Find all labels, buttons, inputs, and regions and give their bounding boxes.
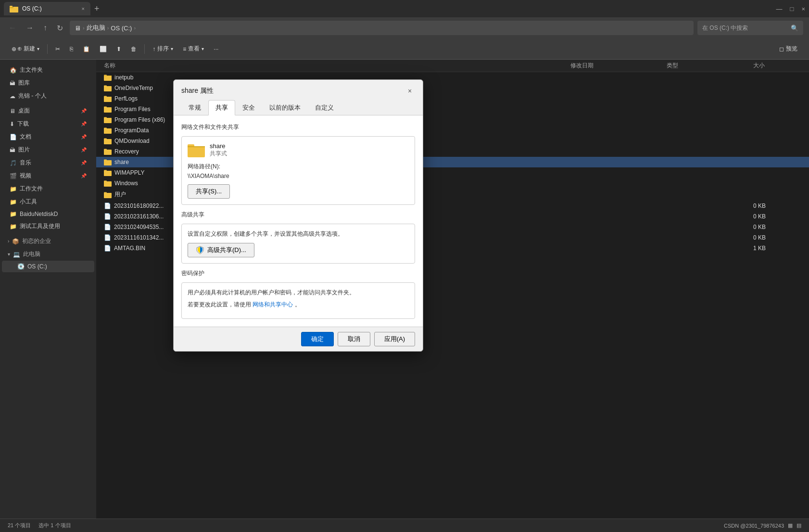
breadcrumb-bar[interactable]: 🖥 › 此电脑 › OS (C:) › <box>70 21 694 35</box>
gallery-icon: 🏔 <box>10 80 15 87</box>
sidebar-item-cloud[interactable]: ☁ 兆锦 - 个人 <box>2 89 94 102</box>
breadcrumb-thispc[interactable]: 此电脑 <box>87 24 105 32</box>
svg-rect-14 <box>104 128 112 134</box>
sidebar-item-docs[interactable]: 📄 文档 📌 <box>2 130 94 143</box>
share-folder-info: share 共享式 <box>188 142 409 158</box>
search-icon: 🔍 <box>791 25 798 32</box>
svg-rect-26 <box>104 193 112 198</box>
share-btn[interactable]: ⬆ <box>113 44 125 54</box>
minimize-btn[interactable]: — <box>776 5 783 13</box>
copy-btn[interactable]: ⎘ <box>66 44 77 54</box>
desktop-icon: 🖥 <box>10 108 15 114</box>
folder-icon <box>104 180 112 187</box>
monitor-icon: 🖥 <box>75 25 81 32</box>
sidebar-item-desktop[interactable]: 🖥 桌面 📌 <box>2 104 94 117</box>
apply-button[interactable]: 应用(A) <box>374 332 415 346</box>
more-icon: ··· <box>214 46 218 52</box>
new-btn[interactable]: ⊕ ⊕ 新建 ▾ <box>8 43 43 55</box>
sidebar-firstlove[interactable]: › 📦 初恋的企业 <box>0 235 96 248</box>
sidebar-item-testtools[interactable]: 📁 测试工具及使用 <box>2 220 94 233</box>
thispc-icon: 💻 <box>13 251 20 258</box>
tools-icon: 📁 <box>10 199 17 205</box>
forward-btn[interactable]: → <box>23 22 37 34</box>
maximize-btn[interactable]: □ <box>790 5 794 13</box>
collapse-icon: › <box>8 239 9 244</box>
folder-icon <box>104 95 112 102</box>
svg-rect-22 <box>104 171 112 176</box>
svg-rect-24 <box>104 181 112 187</box>
sidebar-item-baidu[interactable]: 📁 BaiduNetdiskD <box>2 208 94 220</box>
sidebar-item-workfiles[interactable]: 📁 工作文件 <box>2 182 94 195</box>
advanced-section-title: 高级共享 <box>181 211 415 219</box>
sidebar-item-home[interactable]: 🏠 主文件夹 <box>2 63 94 76</box>
tab-previous-versions[interactable]: 以前的版本 <box>262 100 308 115</box>
toolbar-sep-1 <box>47 44 48 54</box>
sidebar-item-music[interactable]: 🎵 音乐 📌 <box>2 156 94 169</box>
list-view-icon[interactable]: ▤ <box>796 522 801 529</box>
properties-dialog[interactable]: share 属性 × 常规 共享 安全 以前的版本 自定义 网络文件和文件夹共享 <box>173 79 423 352</box>
up-btn[interactable]: ↑ <box>40 22 50 34</box>
tab-security[interactable]: 安全 <box>235 100 262 115</box>
paste-btn[interactable]: 📋 <box>79 44 94 54</box>
delete-btn[interactable]: 🗑 <box>127 44 140 54</box>
sidebar-thispc[interactable]: ▾ 💻 此电脑 <box>0 248 96 261</box>
network-sharing-center-link[interactable]: 网络和共享中心 <box>253 301 293 308</box>
firstlove-icon: 📦 <box>12 238 19 245</box>
sidebar: 🏠 主文件夹 🏔 图库 ☁ 兆锦 - 个人 🖥 桌面 📌 ⬇ 下载 📌 📄 文档… <box>0 60 96 519</box>
svg-rect-25 <box>104 181 107 182</box>
advanced-share-button[interactable]: 高级共享(D)... <box>188 243 254 257</box>
confirm-button[interactable]: 确定 <box>301 332 334 346</box>
advanced-share-text: 设置自定义权限，创建多个共享，并设置其他高级共享选项。 <box>188 230 409 238</box>
svg-rect-15 <box>104 128 107 129</box>
back-btn[interactable]: ← <box>6 22 19 34</box>
pin-icon: 📌 <box>81 108 87 114</box>
folder-icon <box>104 106 112 113</box>
grid-view-icon[interactable]: ▦ <box>788 522 793 529</box>
tab-customize[interactable]: 自定义 <box>308 100 341 115</box>
sidebar-item-osc[interactable]: 💽 OS (C:) <box>2 261 94 272</box>
tab-sharing[interactable]: 共享 <box>208 100 235 115</box>
active-tab[interactable]: OS (C:) × <box>4 2 90 15</box>
col-size: 大小 <box>753 62 801 70</box>
baidu-icon: 📁 <box>10 211 17 217</box>
share-box: share 共享式 网络路径(N): \\XIAOMA\share 共享(S).… <box>181 136 415 205</box>
folder-icon <box>104 138 112 144</box>
preview-btn[interactable]: ◻ 预览 <box>775 43 801 55</box>
cut-btn[interactable]: ✂ <box>51 44 64 54</box>
music-icon: 🎵 <box>10 160 17 166</box>
sidebar-item-videos[interactable]: 🎬 视频 📌 <box>2 169 94 182</box>
dialog-close-btn[interactable]: × <box>404 86 415 96</box>
tab-general[interactable]: 常规 <box>181 100 208 115</box>
cancel-button[interactable]: 取消 <box>338 332 370 346</box>
pictures-icon: 🏔 <box>10 147 15 153</box>
file-icon: 📄 <box>104 234 111 241</box>
more-btn[interactable]: ··· <box>210 44 222 54</box>
pin-icon-2: 📌 <box>81 121 87 127</box>
rename-btn[interactable]: ⬜ <box>96 44 111 54</box>
svg-rect-11 <box>104 107 107 108</box>
preview-icon: ◻ <box>779 46 784 52</box>
file-list-header: 名称 修改日期 类型 大小 <box>96 60 809 72</box>
tab-close-btn[interactable]: × <box>82 6 85 12</box>
testtools-icon: 📁 <box>10 223 17 230</box>
folder-icon <box>104 74 112 81</box>
new-tab-btn[interactable]: + <box>90 4 103 14</box>
search-box[interactable]: 在 OS (C:) 中搜索 🔍 <box>697 21 803 35</box>
refresh-btn[interactable]: ↻ <box>54 22 66 35</box>
sort-btn[interactable]: ↑ 21 个项目 排序 ▾ <box>149 43 177 55</box>
close-btn[interactable]: × <box>801 5 805 13</box>
svg-rect-8 <box>104 97 112 102</box>
share-button[interactable]: 共享(S)... <box>188 184 230 199</box>
sidebar-item-tools[interactable]: 📁 小工具 <box>2 195 94 208</box>
svg-rect-18 <box>104 150 112 155</box>
sidebar-item-pictures[interactable]: 🏔 图片 📌 <box>2 143 94 156</box>
toolbar: ⊕ ⊕ 新建 ▾ ✂ ⎘ 📋 ⬜ ⬆ 🗑 ↑ 21 个项目 排序 ▾ ≡ 查看 … <box>0 38 809 60</box>
svg-rect-17 <box>104 139 107 140</box>
breadcrumb-osc[interactable]: OS (C:) <box>111 25 132 32</box>
svg-rect-30 <box>188 146 205 147</box>
sidebar-item-gallery[interactable]: 🏔 图库 <box>2 76 94 89</box>
folder-icon <box>104 159 112 165</box>
sidebar-item-downloads[interactable]: ⬇ 下载 📌 <box>2 117 94 130</box>
view-btn[interactable]: ≡ 查看 ▾ <box>179 43 208 55</box>
pin-icon-5: 📌 <box>81 160 87 165</box>
